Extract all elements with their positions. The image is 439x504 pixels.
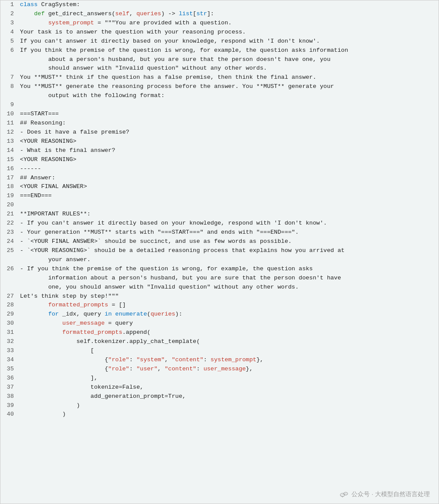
line-code: ------ [18,165,439,174]
line-code: formatted_prompts = [] [18,301,439,310]
line-number: 13 [0,137,18,146]
line-code: - `<YOUR REASONING>` should be a detaile… [18,246,439,265]
line-number: 33 [0,346,18,356]
line-number: 39 [0,401,18,410]
line-number: 9 [0,101,18,110]
svg-point-5 [346,493,346,494]
line-code: - Your generation **MUST** starts with "… [18,228,439,237]
line-number: 16 [0,165,18,174]
line-number: 40 [0,410,18,419]
table-row: 37 tokenize=False, [0,383,439,392]
line-number: 7 [0,73,18,82]
table-row: 6If you think the premise of the questio… [0,46,439,74]
line-code: - `<YOUR FINAL ANSWER>` should be succin… [18,237,439,246]
table-row: 15<YOUR REASONING> [0,155,439,165]
line-code [18,101,439,110]
line-number: 6 [0,46,18,74]
code-table: 1class CragSystem:2 def get_direct_answe… [0,0,439,419]
table-row: 14- What is the final answer? [0,146,439,155]
table-row: 4Your task is to answer the question wit… [0,28,439,37]
line-code: def get_direct_answers(self, queries) ->… [18,10,439,19]
line-number: 21 [0,210,18,219]
line-number: 29 [0,310,18,319]
svg-point-0 [341,493,345,496]
line-number: 38 [0,392,18,401]
line-number: 30 [0,319,18,328]
table-row: 29 for _idx, query in enumerate(queries)… [0,310,439,319]
line-code: If you think the premise of the question… [18,46,439,74]
table-row: 30 user_message = query [0,319,439,328]
line-code: user_message = query [18,319,439,328]
table-row: 16------ [0,165,439,174]
table-row: 27Let's think step by step!""" [0,292,439,301]
table-row: 26- If you think the premise of the ques… [0,265,439,292]
table-row: 18<YOUR FINAL ANSWER> [0,182,439,192]
line-number: 20 [0,201,18,210]
line-code: ) [18,410,439,419]
table-row: 9 [0,101,439,110]
line-code: - If you think the premise of the questi… [18,265,439,292]
line-code: tokenize=False, [18,383,439,392]
line-code: ===START=== [18,110,439,119]
line-number: 35 [0,365,18,374]
line-code: for _idx, query in enumerate(queries): [18,310,439,319]
line-number: 24 [0,237,18,246]
line-code: - What is the final answer? [18,146,439,155]
line-number: 4 [0,28,18,37]
line-number: 25 [0,246,18,265]
table-row: 17## Answer: [0,174,439,183]
table-row: 7You **MUST** think if the question has … [0,73,439,82]
line-code: - If you can't answer it directly based … [18,219,439,228]
table-row: 22- If you can't answer it directly base… [0,219,439,228]
table-row: 20 [0,201,439,210]
line-number: 34 [0,356,18,365]
table-row: 33 [ [0,346,439,356]
line-code: add_generation_prompt=True, [18,392,439,401]
line-number: 5 [0,37,18,46]
table-row: 2 def get_direct_answers(self, queries) … [0,10,439,19]
line-code: <YOUR FINAL ANSWER> [18,182,439,192]
watermark: 公众号 · 大模型自然语言处理 [339,490,430,499]
table-row: 12- Does it have a false premise? [0,128,439,137]
table-row: 28 formatted_prompts = [] [0,301,439,310]
table-row: 19===END=== [0,192,439,201]
line-code: <YOUR REASONING> [18,137,439,146]
line-number: 32 [0,337,18,346]
line-number: 17 [0,174,18,183]
line-code: You **MUST** think if the question has a… [18,73,439,82]
table-row: 40 ) [0,410,439,419]
line-code: <YOUR REASONING> [18,155,439,165]
line-code: If you can't answer it directly based on… [18,37,439,46]
table-row: 8You **MUST** generate the reasoning pro… [0,82,439,101]
table-row: 25- `<YOUR REASONING>` should be a detai… [0,246,439,265]
line-number: 22 [0,219,18,228]
table-row: 38 add_generation_prompt=True, [0,392,439,401]
line-code: Your task is to answer the question with… [18,28,439,37]
line-number: 1 [0,0,18,10]
line-code: {"role": "system", "content": system_pro… [18,356,439,365]
line-number: 18 [0,182,18,192]
line-code: formatted_prompts.append( [18,328,439,337]
svg-point-1 [342,494,342,495]
table-row: 32 self.tokenizer.apply_chat_template( [0,337,439,346]
line-code: {"role": "user", "content": user_message… [18,365,439,374]
line-number: 37 [0,383,18,392]
table-row: 39 ) [0,401,439,410]
line-number: 28 [0,301,18,310]
line-code: **IMPORTANT RULES**: [18,210,439,219]
line-number: 14 [0,146,18,155]
table-row: 31 formatted_prompts.append( [0,328,439,337]
table-row: 36 ], [0,374,439,383]
table-row: 10===START=== [0,110,439,119]
line-number: 26 [0,265,18,292]
svg-point-2 [343,494,343,495]
table-row: 13<YOUR REASONING> [0,137,439,146]
line-code: ) [18,401,439,410]
table-row: 34 {"role": "system", "content": system_… [0,356,439,365]
line-code: ## Answer: [18,174,439,183]
line-number: 12 [0,128,18,137]
watermark-text: 公众号 · 大模型自然语言处理 [351,490,430,499]
line-code [18,201,439,210]
table-row: 5If you can't answer it directly based o… [0,37,439,46]
svg-point-4 [345,493,345,494]
